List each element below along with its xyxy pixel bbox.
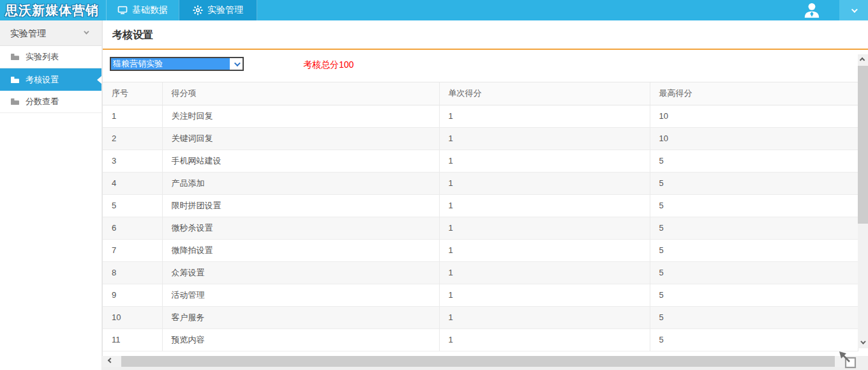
main-content: 考核设置 猫粮营销实验 考核总分100 序号 得分项 单次得分 最高得分: [102, 20, 868, 370]
header-max-score: 最高得分: [650, 82, 858, 105]
cell-single-score: 1: [439, 127, 650, 150]
monitor-icon: [117, 6, 128, 15]
cell-score-item: 预览内容: [162, 328, 439, 351]
total-score-label: 考核总分100: [303, 59, 354, 71]
cell-single-score: 1: [439, 172, 650, 194]
cell-single-score: 1: [439, 194, 650, 217]
sidebar-item-assessment-settings[interactable]: 考核设置: [0, 68, 101, 91]
page-header: 考核设置: [103, 20, 868, 50]
sidebar-item-label: 实验列表: [26, 51, 59, 63]
cell-max-score: 5: [650, 194, 858, 217]
cell-no: 8: [103, 261, 162, 284]
resize-handle-icon[interactable]: [838, 351, 857, 369]
topbar-right: [802, 0, 868, 20]
cell-score-item: 微降拍设置: [162, 239, 439, 261]
cell-max-score: 10: [650, 105, 858, 127]
vertical-scrollbar-thumb[interactable]: [858, 66, 868, 224]
scroll-down-arrow-icon[interactable]: [860, 339, 865, 344]
active-item-notch: [97, 76, 101, 84]
cell-single-score: 1: [439, 150, 650, 172]
cell-score-item: 客户服务: [162, 306, 439, 328]
scroll-up-arrow-icon[interactable]: [860, 58, 865, 63]
sidebar-group-experiment-mgmt[interactable]: 实验管理: [0, 20, 101, 46]
horizontal-scrollbar[interactable]: [102, 356, 858, 367]
table-row: 4 产品添加 1 5: [103, 172, 858, 194]
select-dropdown-arrow: [230, 58, 243, 70]
scroll-left-arrow-icon[interactable]: [108, 358, 113, 363]
cell-no: 11: [103, 328, 162, 351]
bottom-strip: [102, 367, 868, 370]
header-no: 序号: [103, 82, 162, 105]
table-row: 1 关注时回复 1 10: [103, 105, 858, 127]
top-menu-label: 实验管理: [207, 4, 243, 16]
cell-max-score: 5: [650, 306, 858, 328]
table-row: 9 活动管理 1 5: [103, 284, 858, 306]
cell-max-score: 5: [650, 172, 858, 194]
cell-single-score: 1: [439, 261, 650, 284]
cell-no: 4: [103, 172, 162, 194]
chevron-down-icon: [84, 29, 89, 34]
cell-single-score: 1: [439, 105, 650, 127]
toolbar: 猫粮营销实验 考核总分100: [103, 50, 868, 82]
cell-single-score: 1: [439, 284, 650, 306]
horizontal-scrollbar-thumb[interactable]: [121, 356, 835, 367]
cell-no: 6: [103, 217, 162, 239]
assessment-table-container: 序号 得分项 单次得分 最高得分 1 关注时回复 1 10: [103, 82, 858, 356]
cell-score-item: 微秒杀设置: [162, 217, 439, 239]
sidebar-item-experiment-list[interactable]: 实验列表: [0, 46, 101, 68]
top-menu-experiment-mgmt[interactable]: 实验管理: [179, 0, 257, 20]
user-icon: [802, 2, 821, 19]
header-score-item: 得分项: [162, 82, 439, 105]
cell-score-item: 活动管理: [162, 284, 439, 306]
top-menu: 基础数据 实验管理: [106, 0, 257, 20]
cell-single-score: 1: [439, 328, 650, 351]
table-row: 11 预览内容 1 5: [103, 328, 858, 351]
top-menu-basic-data[interactable]: 基础数据: [106, 0, 179, 20]
cell-no: 2: [103, 127, 162, 150]
table-row: 5 限时拼团设置 1 5: [103, 194, 858, 217]
topbar-dropdown-toggle[interactable]: [839, 0, 868, 20]
gear-icon: [193, 5, 203, 15]
top-menu-label: 基础数据: [132, 4, 168, 16]
cell-max-score: 5: [650, 284, 858, 306]
cell-max-score: 5: [650, 150, 858, 172]
cell-score-item: 关注时回复: [162, 105, 439, 127]
assessment-table: 序号 得分项 单次得分 最高得分 1 关注时回复 1 10: [103, 82, 858, 351]
folder-icon: [10, 53, 20, 61]
folder-icon: [10, 76, 20, 84]
scrollbar-corner: [858, 356, 868, 367]
experiment-select-value: 猫粮营销实验: [111, 58, 230, 70]
table-row: 3 手机网站建设 1 5: [103, 150, 858, 172]
cell-max-score: 5: [650, 239, 858, 261]
page-title: 考核设置: [112, 29, 153, 40]
cell-score-item: 限时拼团设置: [162, 194, 439, 217]
cell-no: 1: [103, 105, 162, 127]
cell-single-score: 1: [439, 217, 650, 239]
header-single-score: 单次得分: [439, 82, 650, 105]
folder-icon: [10, 98, 20, 105]
sidebar-group-label: 实验管理: [10, 28, 46, 38]
table-row: 2 关键词回复 1 10: [103, 127, 858, 150]
topbar: 思沃新媒体营销 基础数据 实验管理: [0, 0, 868, 20]
cell-max-score: 5: [650, 328, 858, 351]
cell-single-score: 1: [439, 306, 650, 328]
cell-max-score: 5: [650, 261, 858, 284]
experiment-select[interactable]: 猫粮营销实验: [110, 57, 244, 71]
sidebar-item-score-view[interactable]: 分数查看: [0, 91, 101, 113]
table-row: 6 微秒杀设置 1 5: [103, 217, 858, 239]
cell-no: 3: [103, 150, 162, 172]
app-logo: 思沃新媒体营销: [0, 0, 102, 20]
cell-score-item: 关键词回复: [162, 127, 439, 150]
table-body: 1 关注时回复 1 10 2 关键词回复 1 10 3 手机: [103, 105, 858, 351]
chevron-down-icon: [851, 6, 858, 13]
cell-no: 9: [103, 284, 162, 306]
chevron-down-icon: [234, 60, 240, 66]
user-avatar-button[interactable]: [802, 0, 839, 20]
sidebar-item-label: 考核设置: [26, 74, 59, 86]
cell-max-score: 5: [650, 217, 858, 239]
cell-score-item: 产品添加: [162, 172, 439, 194]
vertical-scrollbar[interactable]: [858, 54, 868, 348]
table-row: 7 微降拍设置 1 5: [103, 239, 858, 261]
table-row-partial: [103, 351, 858, 356]
cell-no: 5: [103, 194, 162, 217]
